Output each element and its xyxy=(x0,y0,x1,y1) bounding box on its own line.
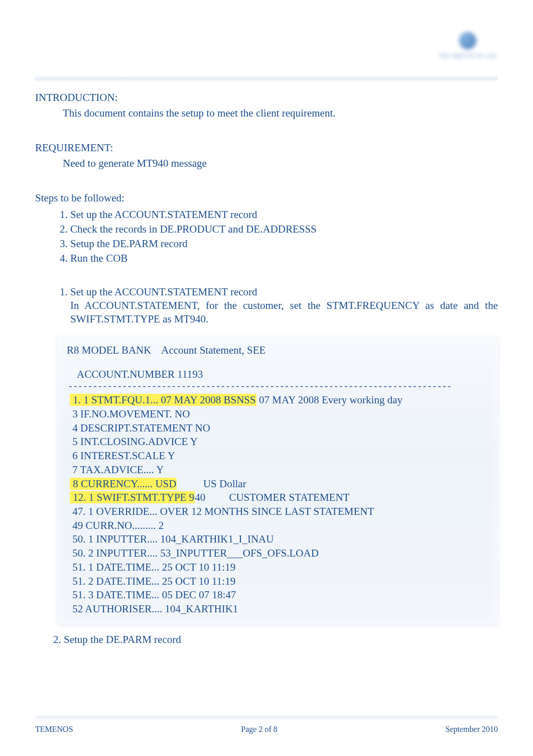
terminal-account-label: ACCOUNT.NUMBER xyxy=(77,368,175,380)
detail-item-1-title: Set up the ACCOUNT.STATEMENT record xyxy=(70,286,257,298)
steps-list: Set up the ACCOUNT.STATEMENT record Chec… xyxy=(70,207,498,266)
terminal-row-rest: US Dollar xyxy=(177,478,246,490)
detail-item-1-line1: In ACCOUNT.STATEMENT, for the customer, … xyxy=(70,299,498,312)
terminal-bank: R8 MODEL BANK xyxy=(67,344,151,356)
terminal-row-rest: 40 CUSTOMER STATEMENT xyxy=(195,491,349,503)
terminal-row: 1. 1 STMT.FQU.1... 07 MAY 2008 BSNSS 07 … xyxy=(70,393,489,407)
step-item: Run the COB xyxy=(70,251,498,266)
brand-logo: The right fit for you xyxy=(433,25,503,65)
terminal-divider: ----------------------------------------… xyxy=(68,381,489,393)
footer-left: TEMENOS xyxy=(35,725,73,734)
terminal-account: ACCOUNT.NUMBER 11193 xyxy=(77,368,489,382)
step-item: Setup the DE.PARM record xyxy=(70,237,498,251)
step-item: Check the records in DE.PRODUCT and DE.A… xyxy=(70,222,498,237)
terminal-account-value: 11193 xyxy=(177,368,203,380)
introduction-heading: INTRODUCTION: xyxy=(35,91,498,104)
terminal-row: 12. 1 SWIFT.STMT.TYPE 940 CUSTOMER STATE… xyxy=(70,491,489,505)
requirement-body: Need to generate MT940 message xyxy=(63,157,498,170)
steps-heading: Steps to be followed: xyxy=(35,192,498,204)
detail-item-1-line2: SWIFT.STMT.TYPE as MT940. xyxy=(70,313,498,326)
terminal-row: 47. 1 OVERRIDE... OVER 12 MONTHS SINCE L… xyxy=(70,505,489,519)
introduction-body: This document contains the setup to meet… xyxy=(63,107,498,120)
terminal-row: 50. 2 INPUTTER.... 53_INPUTTER___OFS_OFS… xyxy=(70,547,489,561)
terminal-row: 5 INT.CLOSING.ADVICE Y xyxy=(70,435,489,449)
terminal-row: 51. 2 DATE.TIME... 25 OCT 10 11:19 xyxy=(70,575,489,589)
header-divider xyxy=(35,75,498,82)
terminal-row: 52 AUTHORISER.... 104_KARTHIK1 xyxy=(70,602,489,616)
terminal-row: 6 INTEREST.SCALE Y xyxy=(70,449,489,463)
terminal-row: 7 TAX.ADVICE.... Y xyxy=(70,463,489,477)
footer-right: September 2010 xyxy=(446,725,498,734)
terminal-row: 8 CURRENCY...... USD US Dollar xyxy=(70,477,489,491)
terminal-row: 3 IF.NO.MOVEMENT. NO xyxy=(70,407,489,421)
requirement-heading: REQUIREMENT: xyxy=(35,142,498,154)
terminal-screen: Account Statement, SEE xyxy=(161,344,265,356)
terminal-row-rest: 07 MAY 2008 Every working day xyxy=(256,394,403,406)
terminal-row: 51. 1 DATE.TIME... 25 OCT 10 11:19 xyxy=(70,561,489,575)
detail-item-1: Set up the ACCOUNT.STATEMENT record In A… xyxy=(70,286,498,328)
detail-list: Set up the ACCOUNT.STATEMENT record In A… xyxy=(70,286,498,328)
highlight: 8 CURRENCY...... USD xyxy=(70,478,177,490)
highlight: 12. 1 SWIFT.STMT.TYPE 9 xyxy=(70,491,195,503)
terminal-title: R8 MODEL BANK Account Statement, SEE xyxy=(67,344,489,358)
logo-caption: The right fit for you xyxy=(439,52,497,58)
detail-item-2: 2. Setup the DE.PARM record xyxy=(53,633,498,646)
footer-center: Page 2 of 8 xyxy=(241,725,277,734)
terminal-row: 49 CURR.NO......... 2 xyxy=(70,519,489,533)
footer-divider xyxy=(35,715,498,720)
terminal-row: 51. 3 DATE.TIME... 05 DEC 07 18:47 xyxy=(70,588,489,602)
logo-circle-icon xyxy=(459,32,476,49)
terminal-screenshot: R8 MODEL BANK Account Statement, SEE ACC… xyxy=(58,337,498,624)
terminal-row: 50. 1 INPUTTER.... 104_KARTHIK1_I_INAU xyxy=(70,532,489,547)
terminal-row: 4 DESCRIPT.STATEMENT NO xyxy=(70,421,489,436)
highlight: 1. 1 STMT.FQU.1... 07 MAY 2008 BSNSS xyxy=(70,394,256,406)
page-footer: TEMENOS Page 2 of 8 September 2010 xyxy=(35,725,498,734)
step-item: Set up the ACCOUNT.STATEMENT record xyxy=(70,207,498,222)
